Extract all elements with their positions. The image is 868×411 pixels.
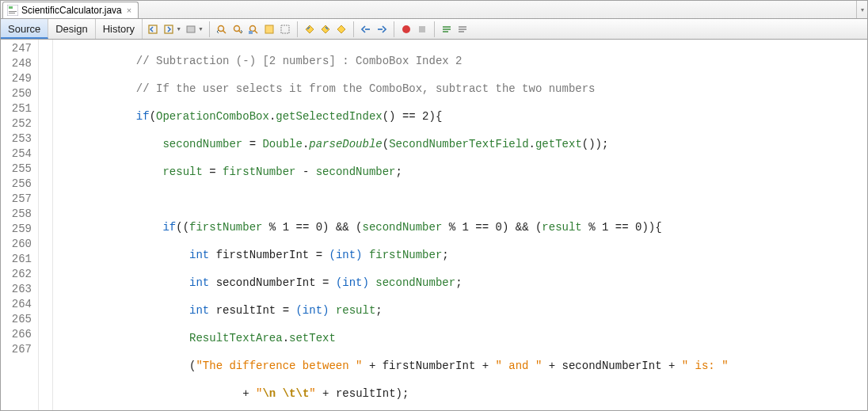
toolbar-separator [297,21,298,37]
ident: firstNumber [223,166,295,178]
ident: ResultTextArea [189,332,283,344]
ident: secondNumber [363,221,443,234]
ident: firstNumber [369,249,442,261]
nav-back-icon[interactable] [146,22,160,36]
shift-right-icon[interactable] [375,22,389,36]
kw: int [189,249,209,261]
code-editor[interactable]: // Subtraction (-) [2 numbers] : ComboBo… [53,40,867,410]
line-number: 250 [1,86,38,101]
txt: firstNumberInt = [209,249,329,261]
find-selection-icon[interactable] [246,22,261,36]
svg-rect-2 [9,11,17,12]
line-number: 266 [1,327,38,342]
ident: secondNumber [375,276,455,289]
tab-source[interactable]: Source [1,19,48,39]
svg-line-12 [255,30,258,33]
txt: % 1 == 0) && ( [262,221,362,234]
line-number: 257 [1,192,38,207]
method: parseDouble [309,138,382,150]
line-number: 254 [1,147,38,162]
find-prev-icon[interactable] [215,22,229,36]
str: " [309,387,315,400]
esc: \n [262,387,282,400]
txt: + secondNumberInt + [542,360,681,372]
svg-line-8 [223,30,227,33]
toolbar-separator [209,21,210,37]
dropdown-icon[interactable]: ▼ [176,26,181,32]
txt: = [242,138,262,150]
kw: (int) [336,276,369,289]
line-number-gutter[interactable]: 247 248 249 250 251 252 253 254 255 256 … [1,40,39,410]
file-tab-active[interactable]: ScientificCalculator.java × [2,2,139,18]
kw: int [189,304,209,317]
macro-record-icon[interactable] [399,22,413,36]
kw: if [162,221,176,234]
line-number: 267 [1,342,38,357]
svg-point-7 [219,25,224,31]
tab-design[interactable]: Design [48,19,95,39]
comment-icon[interactable] [440,22,454,36]
line-number: 249 [1,71,38,86]
esc: \t [283,387,296,400]
line-number: 259 [1,222,38,237]
nav-forward-icon[interactable] [162,22,176,36]
txt: ; [396,166,402,178]
kw: (int) [295,304,329,317]
txt: ()); [582,138,609,150]
esc: \t [296,387,310,400]
txt: + firstNumberInt + [362,360,495,372]
txt: ; [442,249,448,261]
line-number: 260 [1,237,38,252]
macro-play-icon[interactable] [415,22,429,36]
toolbar-separator [394,21,394,37]
txt: secondNumberInt = [209,276,336,289]
select-block-icon[interactable] [184,22,198,36]
shift-left-icon[interactable] [359,22,373,36]
find-next-icon[interactable] [230,22,245,36]
prev-bookmark-icon[interactable] [303,22,317,36]
svg-point-18 [402,25,410,33]
toolbar-button-group: ▼ ▼ [143,21,470,37]
txt: (( [176,221,189,234]
method: getText [535,138,582,150]
line-number: 256 [1,177,38,192]
toggle-highlight-icon[interactable] [262,22,276,36]
editor-toolbar: Source Design History ▼ ▼ [1,19,867,40]
svg-rect-3 [9,13,15,13]
next-bookmark-icon[interactable] [318,22,333,36]
line-number: 263 [1,282,38,297]
txt: () == 2){ [383,110,443,123]
txt: resultInt = [209,304,295,317]
tab-overflow-handle[interactable]: ▾ [856,1,867,18]
str: " and " [496,360,542,372]
view-tabs: Source Design History [1,19,143,39]
dropdown-icon[interactable]: ▼ [198,26,204,32]
line-number: 253 [1,131,38,147]
file-tab-bar: ScientificCalculator.java × ▾ [1,1,867,19]
line-number: 251 [1,101,38,116]
method: setText [289,332,336,344]
code-comment: // If the user selects it from the Combo… [136,82,596,95]
svg-point-11 [250,25,256,31]
toolbar-separator [434,21,435,37]
line-number: 248 [1,56,38,71]
svg-rect-1 [9,6,13,9]
uncomment-icon[interactable] [455,22,470,36]
txt: + resultInt); [316,387,409,400]
svg-point-9 [234,25,240,31]
code-comment: // Subtraction (-) [2 numbers] : ComboBo… [136,55,463,67]
svg-rect-19 [419,26,425,32]
tab-history[interactable]: History [96,19,143,39]
fold-strip[interactable] [39,40,53,410]
line-number: 247 [1,41,38,56]
txt: + [242,387,256,400]
txt: % 1 == 0) && ( [442,221,542,234]
close-icon[interactable]: × [125,6,133,15]
svg-rect-15 [281,25,289,33]
line-number: 252 [1,116,38,131]
toggle-bookmark-icon[interactable] [334,22,348,36]
file-tab-label: ScientificCalculator.java [21,5,122,16]
toggle-rect-select-icon[interactable] [278,22,292,36]
line-number: 265 [1,312,38,327]
kw: int [189,276,209,289]
